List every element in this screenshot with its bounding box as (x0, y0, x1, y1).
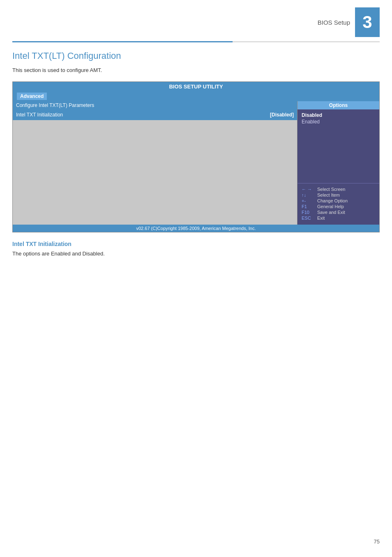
key-desc-general-help: General Help (317, 204, 344, 209)
page-number-box: 3 (355, 7, 380, 37)
key-symbol-f1: F1 (302, 204, 315, 209)
options-body: Disabled Enabled (297, 109, 379, 183)
key-desc-esc: Exit (317, 216, 325, 220)
key-symbol-updown: ↑↓ (302, 193, 315, 197)
bios-section-header: Configure Intel TXT(LT) Parameters (13, 101, 297, 109)
bios-row-label-txt-init: Intel TXT Initialization (16, 112, 270, 118)
bios-right-panel: Options Disabled Enabled ← → Select Scre… (297, 101, 379, 225)
bios-body: Configure Intel TXT(LT) Parameters Intel… (13, 101, 379, 225)
options-header: Options (297, 101, 379, 109)
header-line (12, 41, 380, 42)
bios-setup-label: BIOS Setup (318, 19, 350, 26)
top-header: BIOS Setup 3 (0, 0, 392, 37)
key-desc-change-option: Change Option (317, 198, 348, 203)
bios-utility-container: BIOS SETUP UTILITY Advanced Configure In… (12, 81, 380, 232)
key-help-row-select-screen: ← → Select Screen (302, 187, 375, 192)
option-enabled[interactable]: Enabled (302, 118, 375, 125)
bios-footer: v02.67 (C)Copyright 1985-2009, American … (13, 225, 379, 232)
bios-row-txt-init[interactable]: Intel TXT Initialization [Disabled] (13, 109, 297, 120)
page-number-bottom: 75 (374, 538, 380, 545)
option-disabled[interactable]: Disabled (302, 112, 375, 118)
bios-title-bar: BIOS SETUP UTILITY (13, 82, 379, 91)
bios-left-panel: Configure Intel TXT(LT) Parameters Intel… (13, 101, 297, 225)
key-help-row-esc: ESC Exit (302, 216, 375, 220)
bios-nav-advanced[interactable]: Advanced (17, 93, 47, 100)
section-text: The options are Enabled and Disabled. (12, 251, 380, 257)
page-title: Intel TXT(LT) Configuration (12, 51, 380, 61)
key-help: ← → Select Screen ↑↓ Select Item +- Chan… (297, 183, 379, 225)
key-desc-save-exit: Save and Exit (317, 210, 345, 215)
section-subtitle: Intel TXT Initialization (12, 241, 380, 247)
key-desc-select-screen: Select Screen (317, 187, 345, 192)
key-help-row-change-option: +- Change Option (302, 198, 375, 203)
key-symbol-plusminus: +- (302, 198, 315, 203)
key-symbol-arrows: ← → (302, 187, 315, 192)
key-symbol-esc: ESC (302, 216, 315, 220)
page-description: This section is used to configure AMT. (12, 67, 380, 73)
key-desc-select-item: Select Item (317, 193, 340, 197)
key-help-row-save-exit: F10 Save and Exit (302, 210, 375, 215)
key-help-row-select-item: ↑↓ Select Item (302, 193, 375, 197)
key-symbol-f10: F10 (302, 210, 315, 215)
key-help-row-general-help: F1 General Help (302, 204, 375, 209)
bios-nav-bar: Advanced (13, 91, 379, 101)
bios-row-value-txt-init: [Disabled] (270, 112, 294, 118)
